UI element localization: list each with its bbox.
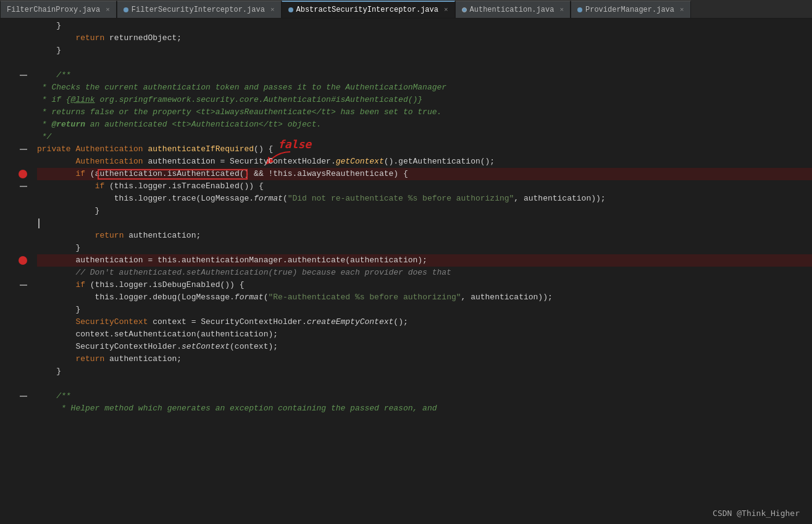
cursor-line <box>38 218 40 228</box>
tab-dot-icon <box>577 7 582 12</box>
breakpoint-icon[interactable] <box>19 170 27 178</box>
gutter-line <box>0 353 31 365</box>
gutter-line-breakpoint <box>0 168 31 180</box>
code-line: this.logger.debug(LogMessage.format("Re-… <box>37 291 812 304</box>
code-line: } <box>37 205 812 217</box>
tab-close-icon[interactable]: × <box>270 6 275 14</box>
tab-label: ProviderManager.java <box>585 6 674 14</box>
fold-icon[interactable] <box>20 396 27 397</box>
code-line: * if {@link org.springframework.security… <box>37 94 812 106</box>
gutter-line <box>0 32 31 44</box>
tab-label: FilterChainProxy.java <box>7 6 100 14</box>
tab-dot-icon <box>462 7 467 12</box>
gutter-line <box>0 69 31 81</box>
code-line: /** <box>37 69 812 81</box>
tab-close-icon[interactable]: × <box>444 6 448 14</box>
gutter-line <box>0 193 31 205</box>
code-line: } <box>37 242 812 254</box>
code-line: * returns false or the property <tt>alwa… <box>37 106 812 119</box>
gutter-line <box>0 267 31 279</box>
tab-close-icon[interactable]: × <box>559 6 564 14</box>
tab-authentication[interactable]: Authentication.java × <box>455 1 571 18</box>
tab-dot-icon <box>288 7 293 12</box>
gutter-line-breakpoint2 <box>0 254 31 267</box>
watermark: CSDN @Think_Higher <box>713 509 800 518</box>
fold-icon[interactable] <box>20 285 27 286</box>
code-line-if: if (authentication.isAuthenticated() && … <box>37 168 812 180</box>
code-line-auth-mgr: authentication = this.authenticationMana… <box>37 254 812 267</box>
gutter-line <box>0 94 31 106</box>
gutter-line <box>0 106 31 119</box>
code-line <box>37 378 812 390</box>
code-line: * @return an authenticated <tt>Authentic… <box>37 119 812 131</box>
gutter-line <box>0 156 31 168</box>
gutter-line <box>0 365 31 378</box>
gutter-line <box>0 328 31 341</box>
gutter-line <box>0 304 31 316</box>
gutter-line <box>0 291 31 304</box>
code-line: return authentication; <box>37 230 812 242</box>
gutter-line <box>0 180 31 193</box>
tab-filterchainproxy[interactable]: FilterChainProxy.java × <box>0 1 117 18</box>
tab-filtersecurity[interactable]: FilterSecurityInterceptor.java × <box>117 1 282 18</box>
gutter-line <box>0 279 31 291</box>
code-line: */ <box>37 131 812 143</box>
fold-icon[interactable] <box>20 186 27 187</box>
gutter-line <box>0 131 31 143</box>
gutter-line <box>0 44 31 57</box>
code-line: /** <box>37 390 812 402</box>
code-content[interactable]: } return returnedObject; } /** * Checks … <box>31 19 812 524</box>
tab-close-icon[interactable]: × <box>680 6 684 14</box>
gutter-line <box>0 81 31 94</box>
tab-label: Authentication.java <box>470 6 555 14</box>
code-line: if (this.logger.isTraceEnabled()) { <box>37 180 812 193</box>
code-line: } <box>37 44 812 57</box>
tab-bar: FilterChainProxy.java × FilterSecurityIn… <box>0 0 812 19</box>
code-line: return returnedObject; <box>37 32 812 44</box>
tab-label: FilterSecurityInterceptor.java <box>132 6 265 14</box>
code-line: context.setAuthentication(authentication… <box>37 328 812 341</box>
code-line: if (this.logger.isDebugEnabled()) { <box>37 279 812 291</box>
code-container: } return returnedObject; } /** * Checks … <box>0 19 812 524</box>
breakpoint-icon-2[interactable] <box>19 256 27 265</box>
gutter-line <box>0 143 31 156</box>
gutter-line <box>0 242 31 254</box>
tab-providermanager[interactable]: ProviderManager.java × <box>571 1 691 18</box>
gutter-line <box>0 378 31 390</box>
gutter-line <box>0 390 31 402</box>
code-line: * Checks the current authentication toke… <box>37 81 812 94</box>
tab-label: AbstractSecurityInterceptor.java <box>296 6 438 14</box>
gutter-line <box>0 57 31 69</box>
gutter-line <box>0 205 31 217</box>
code-line: this.logger.trace(LogMessage.format("Did… <box>37 193 812 205</box>
code-line: SecurityContextHolder.setContext(context… <box>37 341 812 353</box>
fold-icon[interactable] <box>20 75 27 76</box>
gutter-line <box>0 316 31 328</box>
gutter <box>0 19 31 524</box>
code-line-method: private Authentication authenticateIfReq… <box>37 143 812 156</box>
code-line: } <box>37 20 812 32</box>
code-line: // Don't authenticated.setAuthentication… <box>37 267 812 279</box>
tab-close-icon[interactable]: × <box>106 6 110 14</box>
gutter-line <box>0 402 31 415</box>
code-line: return authentication; <box>37 353 812 365</box>
code-line-cursor <box>37 217 812 230</box>
code-line: SecurityContext context = SecurityContex… <box>37 316 812 328</box>
tab-dot-icon <box>123 7 128 12</box>
gutter-line <box>0 230 31 242</box>
gutter-line <box>0 217 31 230</box>
gutter-line <box>0 20 31 32</box>
code-line: } <box>37 365 812 378</box>
code-line <box>37 57 812 69</box>
gutter-line <box>0 341 31 353</box>
gutter-line <box>0 119 31 131</box>
code-line: Authentication authentication = Security… <box>37 156 812 168</box>
fold-method-icon[interactable] <box>20 149 27 150</box>
tab-abstractsecurity[interactable]: AbstractSecurityInterceptor.java × <box>282 1 455 18</box>
code-line: * Helper method which generates an excep… <box>37 402 812 415</box>
code-line: } <box>37 304 812 316</box>
